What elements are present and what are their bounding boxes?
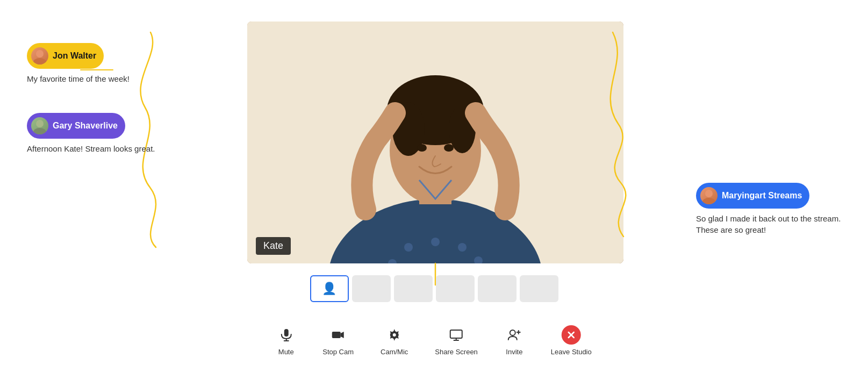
avatar-jon: [31, 47, 48, 65]
leave-studio-label: Leave Studio: [551, 348, 592, 356]
chat-bubble-gary: Gary Shaverlive Afternoon Kate! Stream l…: [27, 113, 155, 154]
mute-label: Mute: [278, 348, 294, 356]
svg-point-20: [705, 190, 713, 197]
person-illustration: [247, 22, 623, 263]
svg-point-19: [33, 128, 46, 134]
thumbnail-3[interactable]: [436, 275, 475, 302]
svg-point-27: [393, 333, 396, 337]
svg-point-10: [431, 238, 440, 246]
chat-badge-jon: Jon Walter: [27, 43, 104, 69]
chat-name-jon: Jon Walter: [53, 51, 96, 61]
camera-icon: [328, 325, 348, 345]
presenter-name-badge: Kate: [256, 237, 291, 255]
person-thumbnail-icon: 👤: [322, 282, 336, 296]
chat-message-jon: My favorite time of the week!: [27, 73, 130, 84]
chat-name-gary: Gary Shaverlive: [53, 121, 118, 131]
monitor-icon: [447, 325, 466, 345]
cam-mic-button[interactable]: Cam/Mic: [381, 325, 408, 356]
person-add-icon: [505, 325, 524, 345]
chat-name-mary: Maryingart Streams: [722, 191, 802, 201]
leave-studio-button[interactable]: Leave Studio: [551, 325, 592, 356]
share-screen-label: Share Screen: [435, 348, 478, 356]
mute-button[interactable]: Mute: [276, 325, 296, 356]
chat-bubble-jon: Jon Walter My favorite time of the week!: [27, 43, 130, 84]
svg-rect-25: [332, 332, 341, 338]
thumbnail-1[interactable]: [352, 275, 391, 302]
invite-button[interactable]: Invite: [505, 325, 524, 356]
thumbnail-strip: 👤: [310, 275, 558, 302]
chat-message-gary: Afternoon Kate! Stream looks great.: [27, 143, 155, 154]
thumbnail-4[interactable]: [478, 275, 517, 302]
leave-studio-icon-wrap: [562, 325, 581, 345]
svg-point-11: [458, 243, 467, 252]
svg-point-21: [702, 198, 715, 204]
avatar-gary: [31, 117, 48, 134]
chat-bubble-mary: Maryingart Streams So glad I made it bac…: [696, 183, 847, 235]
svg-point-14: [417, 144, 427, 152]
svg-point-16: [36, 50, 44, 58]
chat-badge-gary: Gary Shaverlive: [27, 113, 125, 139]
thumbnail-0[interactable]: 👤: [310, 275, 349, 302]
gear-icon: [385, 325, 404, 345]
video-feed: Kate: [247, 22, 623, 263]
microphone-icon: [276, 325, 296, 345]
chat-message-mary: So glad I made it back out to the stream…: [696, 213, 847, 235]
x-circle-icon: [562, 325, 581, 345]
thumbnail-5[interactable]: [520, 275, 558, 302]
svg-point-9: [404, 243, 413, 252]
svg-point-18: [36, 120, 44, 127]
cam-mic-label: Cam/Mic: [381, 348, 408, 356]
svg-point-31: [510, 330, 515, 335]
stop-cam-button[interactable]: Stop Cam: [322, 325, 354, 356]
stop-cam-label: Stop Cam: [322, 348, 354, 356]
thumbnail-2[interactable]: [394, 275, 433, 302]
avatar-mary: [700, 187, 718, 204]
controls-bar: Mute Stop Cam Cam/Mic: [276, 325, 592, 356]
svg-point-17: [33, 58, 46, 65]
chat-badge-mary: Maryingart Streams: [696, 183, 809, 209]
invite-label: Invite: [506, 348, 522, 356]
svg-rect-28: [450, 330, 462, 338]
share-screen-button[interactable]: Share Screen: [435, 325, 478, 356]
svg-point-15: [444, 144, 454, 152]
svg-rect-22: [284, 329, 288, 337]
video-person-background: [247, 22, 623, 263]
